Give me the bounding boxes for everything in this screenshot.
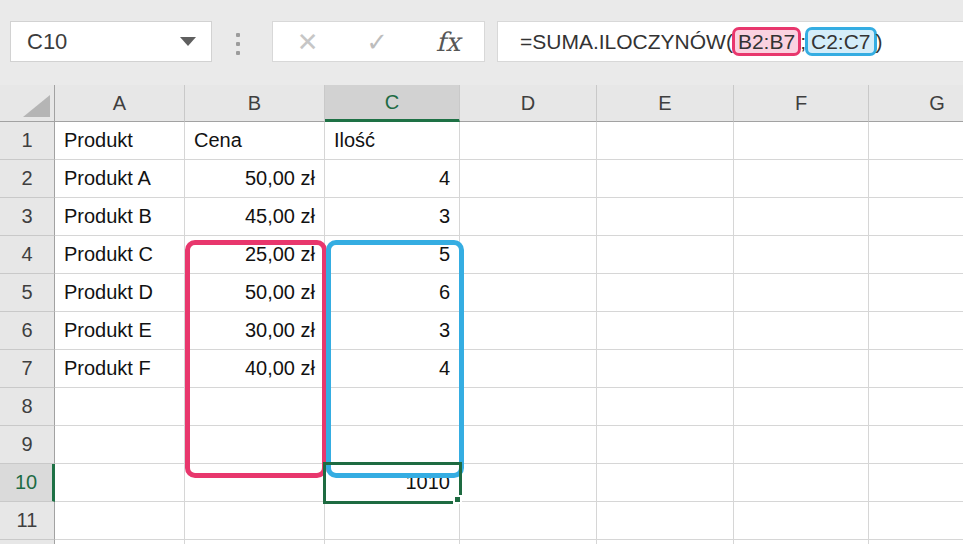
cell-G2[interactable] [869,160,963,198]
cell-C9[interactable] [325,426,460,464]
column-header-B[interactable]: B [185,85,325,122]
column-header-G[interactable]: G [869,85,963,122]
cell-G4[interactable] [869,236,963,274]
row-header-2[interactable]: 2 [0,160,55,198]
row-header-1[interactable]: 1 [0,122,55,160]
formula-bar[interactable]: =SUMA.ILOCZYNÓW( B2:B7 ; C2:C7 ) [497,21,963,62]
cell-C10[interactable]: 1010 [325,464,460,502]
cell-A2[interactable]: Produkt A [55,160,185,198]
cell-E5[interactable] [597,274,734,312]
cell-G7[interactable] [869,350,963,388]
cell-F10[interactable] [734,464,869,502]
cell-A1[interactable]: Produkt [55,122,185,160]
cell-D6[interactable] [460,312,597,350]
row-header-3[interactable]: 3 [0,198,55,236]
cell-B3[interactable]: 45,00 zł [185,198,325,236]
row-header-7[interactable]: 7 [0,350,55,388]
row-header-12[interactable] [0,540,55,544]
cell-B12[interactable] [185,540,325,544]
cell-B6[interactable]: 30,00 zł [185,312,325,350]
cell-E9[interactable] [597,426,734,464]
cell-E8[interactable] [597,388,734,426]
cell-D3[interactable] [460,198,597,236]
column-header-C[interactable]: C [325,85,460,122]
row-header-8[interactable]: 8 [0,388,55,426]
cell-A10[interactable] [55,464,185,502]
cell-A11[interactable] [55,502,185,540]
cell-A5[interactable]: Produkt D [55,274,185,312]
cell-F4[interactable] [734,236,869,274]
cell-D2[interactable] [460,160,597,198]
cell-B7[interactable]: 40,00 zł [185,350,325,388]
cell-F1[interactable] [734,122,869,160]
cell-F5[interactable] [734,274,869,312]
cell-C11[interactable] [325,502,460,540]
row-header-6[interactable]: 6 [0,312,55,350]
cell-C7[interactable]: 4 [325,350,460,388]
cell-B8[interactable] [185,388,325,426]
cell-B1[interactable]: Cena [185,122,325,160]
cell-F2[interactable] [734,160,869,198]
cell-D12[interactable] [460,540,597,544]
name-box-dropdown-icon[interactable] [180,37,196,46]
cell-C5[interactable]: 6 [325,274,460,312]
cancel-icon[interactable]: ✕ [297,29,319,55]
cell-E2[interactable] [597,160,734,198]
column-header-F[interactable]: F [734,85,869,122]
row-header-10[interactable]: 10 [0,464,55,502]
cell-D10[interactable] [460,464,597,502]
cell-D11[interactable] [460,502,597,540]
cell-C1[interactable]: Ilość [325,122,460,160]
name-box[interactable]: C10 [10,21,212,62]
cell-E4[interactable] [597,236,734,274]
cell-G6[interactable] [869,312,963,350]
cell-G9[interactable] [869,426,963,464]
cell-F12[interactable] [734,540,869,544]
cell-E3[interactable] [597,198,734,236]
cell-F11[interactable] [734,502,869,540]
cell-B9[interactable] [185,426,325,464]
cell-G3[interactable] [869,198,963,236]
cell-B10[interactable] [185,464,325,502]
cell-D8[interactable] [460,388,597,426]
cell-B2[interactable]: 50,00 zł [185,160,325,198]
cell-E12[interactable] [597,540,734,544]
row-header-9[interactable]: 9 [0,426,55,464]
cell-E10[interactable] [597,464,734,502]
cell-D1[interactable] [460,122,597,160]
cell-C3[interactable]: 3 [325,198,460,236]
cell-F9[interactable] [734,426,869,464]
row-header-4[interactable]: 4 [0,236,55,274]
column-header-E[interactable]: E [597,85,734,122]
cell-G10[interactable] [869,464,963,502]
fill-handle[interactable] [453,495,462,504]
cell-F7[interactable] [734,350,869,388]
cell-G8[interactable] [869,388,963,426]
cell-D4[interactable] [460,236,597,274]
cell-E7[interactable] [597,350,734,388]
cell-G11[interactable] [869,502,963,540]
select-all-corner[interactable] [0,85,55,122]
cell-F8[interactable] [734,388,869,426]
insert-function-icon[interactable]: fx [436,29,460,55]
cell-A3[interactable]: Produkt B [55,198,185,236]
cell-A7[interactable]: Produkt F [55,350,185,388]
cell-E1[interactable] [597,122,734,160]
column-header-A[interactable]: A [55,85,185,122]
cell-C6[interactable]: 3 [325,312,460,350]
cell-E11[interactable] [597,502,734,540]
cell-G1[interactable] [869,122,963,160]
cell-D9[interactable] [460,426,597,464]
cell-A4[interactable]: Produkt C [55,236,185,274]
cell-C12[interactable] [325,540,460,544]
cell-F3[interactable] [734,198,869,236]
cell-C2[interactable]: 4 [325,160,460,198]
cell-B5[interactable]: 50,00 zł [185,274,325,312]
cell-A8[interactable] [55,388,185,426]
cell-E6[interactable] [597,312,734,350]
enter-icon[interactable]: ✓ [366,29,388,55]
cell-D7[interactable] [460,350,597,388]
cell-C4[interactable]: 5 [325,236,460,274]
cell-D5[interactable] [460,274,597,312]
cell-C8[interactable] [325,388,460,426]
